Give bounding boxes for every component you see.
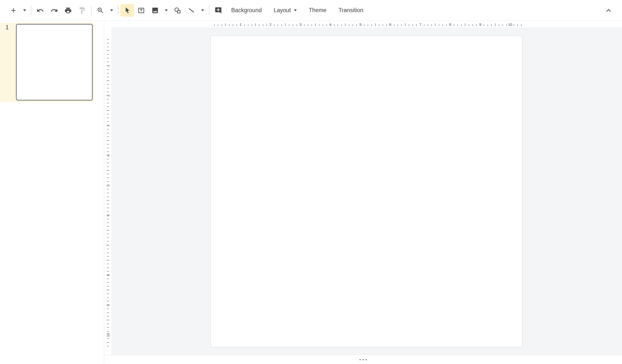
cursor-icon [124,7,131,14]
horizontal-ruler-label: 4 [329,23,331,26]
toolbar: Background Layout Theme Transition [0,0,622,21]
zoom-dropdown[interactable] [107,4,116,17]
image-dropdown[interactable] [162,4,171,17]
ruler-tick [506,24,507,26]
ruler-tick [106,200,109,201]
vertical-ruler-label: 10 [106,333,110,337]
line-dropdown[interactable] [198,4,207,17]
ruler-tick [107,181,109,182]
ruler-tick [107,39,109,40]
paint-format-button[interactable] [75,4,89,17]
ruler-tick [107,301,109,301]
ruler-tick [107,293,109,294]
ruler-tick [278,24,278,26]
add-comment-button[interactable] [211,4,225,17]
slide-thumbnail[interactable] [16,24,93,101]
ruler-tick [225,23,226,26]
ruler-tick [107,148,109,148]
theme-button[interactable]: Theme [303,4,332,17]
ruler-tick [107,107,109,107]
vertical-ruler-label: 5 [106,184,110,186]
ruler-tick [107,204,109,204]
new-slide-dropdown[interactable] [20,4,29,17]
horizontal-ruler-ticks: 12345678910 [211,21,622,27]
text-box-button[interactable] [134,4,148,17]
ruler-tick [349,24,349,26]
insert-shape-button[interactable] [171,4,184,17]
canvas-workspace[interactable] [111,27,622,355]
slide-canvas[interactable] [211,36,522,347]
ruler-tick [107,241,109,242]
ruler-tick [107,324,109,324]
horizontal-ruler-label: 3 [300,23,302,26]
horizontal-ruler-label: 5 [359,23,361,26]
new-slide-button[interactable] [6,4,20,17]
ruler-tick [107,58,109,58]
select-tool-button[interactable] [120,4,134,17]
line-icon [188,7,195,14]
layout-button[interactable]: Layout [268,4,302,17]
ruler-tick [274,24,274,26]
zoom-button[interactable] [93,4,107,17]
ruler-tick [107,222,109,223]
ruler-tick [443,24,443,26]
ruler-tick [308,24,308,26]
ruler-tick [233,24,233,26]
horizontal-ruler: 12345678910 [104,21,622,27]
ruler-tick [107,271,109,272]
ruler-tick [364,24,364,26]
ruler-tick [326,24,327,26]
ruler-tick [107,256,109,257]
horizontal-ruler-label: 10 [508,23,512,26]
horizontal-ruler-label: 9 [479,23,481,26]
ruler-tick [454,24,454,26]
filmstrip: 1 [0,21,104,364]
horizontal-ruler-label: 8 [449,23,451,26]
ruler-tick [375,23,376,26]
paint-format-icon [78,7,86,14]
chevron-down-icon [201,9,204,11]
shape-icon [174,7,181,14]
hide-menus-button[interactable] [602,4,616,17]
ruler-tick [304,24,305,26]
text-box-icon [137,7,145,14]
ruler-tick [107,166,109,167]
ruler-tick [341,24,342,26]
add-comment-icon [215,7,222,14]
ruler-tick [107,219,109,219]
notes-drag-handle[interactable] [356,358,370,362]
ruler-tick [495,23,495,26]
ruler-tick [107,69,109,70]
ruler-tick [107,253,109,253]
ruler-tick [334,24,334,26]
horizontal-ruler-label: 2 [269,23,271,26]
ruler-tick [267,24,267,26]
ruler-tick [476,24,477,26]
background-button[interactable]: Background [226,4,267,17]
ruler-tick [106,140,109,141]
ruler-tick [107,144,109,145]
zoom-in-icon [97,7,104,14]
transition-button[interactable]: Transition [333,4,369,17]
vertical-ruler-label: 8 [106,274,110,276]
filmstrip-slide-row[interactable]: 1 [0,23,94,102]
undo-icon [37,7,44,14]
ruler-tick [107,129,109,130]
ruler-tick [107,193,109,193]
ruler-tick [107,92,109,92]
chevron-up-icon [605,7,612,14]
print-button[interactable] [61,4,75,17]
insert-line-button[interactable] [184,4,198,17]
ruler-tick [107,316,109,317]
ruler-tick [353,24,353,26]
drag-handle-dot [359,359,361,360]
ruler-tick [107,346,109,346]
insert-image-button[interactable] [148,4,162,17]
ruler-tick [107,159,109,159]
undo-button[interactable] [33,4,47,17]
ruler-tick [315,23,316,26]
ruler-tick [218,24,218,26]
redo-button[interactable] [47,4,61,17]
ruler-tick [379,24,379,26]
ruler-tick [236,24,237,26]
